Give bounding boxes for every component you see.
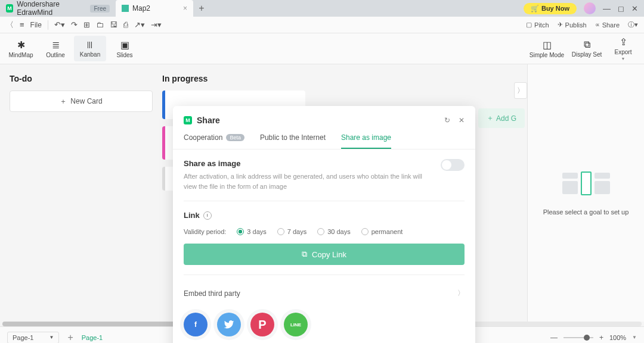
close-icon[interactable]: ✕ [631, 4, 638, 13]
import-dropdown-icon[interactable]: ⇥▾ [151, 20, 162, 29]
share-button[interactable]: ∝Share [595, 21, 620, 29]
new-card-button[interactable]: ＋New Card [10, 91, 153, 112]
close-tab-icon[interactable]: × [183, 4, 187, 13]
buy-now-button[interactable]: 🛒 Buy Now [524, 3, 577, 14]
radio-icon [237, 228, 244, 235]
dialog-logo-icon: M [184, 116, 192, 124]
zoom-out-button[interactable]: — [550, 333, 558, 342]
radio-icon [361, 228, 369, 235]
page-tab-active[interactable]: Page-1 [82, 334, 103, 341]
minimize-icon[interactable]: — [603, 4, 611, 13]
display-set-button[interactable]: ⧉Display Set [569, 36, 605, 61]
export-icon: ⇪ [620, 36, 627, 48]
add-group-button[interactable]: ＋Add G [478, 108, 525, 128]
pitch-button[interactable]: ▢Pitch [526, 21, 549, 29]
view-outline[interactable]: ≣Outline [39, 36, 72, 61]
activation-toggle[interactable] [441, 159, 465, 171]
add-icon[interactable]: ⊞ [83, 20, 90, 29]
share-twitter-button[interactable] [217, 313, 241, 336]
embed-third-party[interactable]: Embed third party〉 [184, 285, 465, 302]
share-dialog: M Share ↻ ✕ CooperationBeta Public to th… [173, 106, 475, 343]
goal-placeholder-icon [562, 170, 610, 197]
save-icon[interactable]: 🖫 [110, 20, 117, 29]
chevron-down-icon: ▼ [49, 335, 54, 340]
display-set-icon: ⧉ [584, 39, 590, 50]
collapse-panel-button[interactable]: 〉 [514, 82, 527, 99]
share-icon: ∝ [595, 21, 600, 29]
add-page-button[interactable]: + [67, 332, 73, 343]
radio-icon [277, 228, 284, 235]
file-menu[interactable]: File [30, 21, 42, 29]
validity-label: Validity period: [184, 228, 226, 235]
export-button[interactable]: ⇪Export▼ [607, 36, 639, 61]
free-badge: Free [90, 5, 110, 13]
app-name: Wondershare EdrawMind [17, 0, 86, 17]
share-pinterest-button[interactable]: P [250, 313, 274, 336]
copy-icon: ⧉ [302, 250, 307, 259]
publish-icon: ✈ [558, 21, 563, 29]
pinterest-icon: P [258, 318, 266, 332]
radio-icon [317, 228, 324, 235]
section-desc: After activation, a link address will be… [184, 172, 432, 191]
refresh-icon[interactable]: ↻ [444, 116, 450, 124]
radio-7days[interactable]: 7 days [277, 228, 306, 235]
share-line-button[interactable]: LINE [284, 313, 308, 336]
zoom-in-button[interactable]: + [599, 333, 603, 342]
undo-icon[interactable]: ↶▾ [54, 20, 65, 29]
twitter-icon [224, 319, 234, 330]
export-dropdown-icon[interactable]: ↗▾ [134, 20, 145, 29]
radio-permanent[interactable]: permanent [361, 228, 403, 235]
info-icon[interactable]: i [203, 211, 212, 220]
menu-icon[interactable]: ≡ [20, 20, 24, 29]
share-facebook-button[interactable]: f [184, 313, 208, 336]
view-slides[interactable]: ▣Slides [109, 36, 141, 61]
outline-icon: ≣ [52, 39, 60, 51]
new-tab-button[interactable]: + [193, 3, 210, 14]
map-icon [122, 5, 129, 12]
mindmap-icon: ✱ [17, 39, 25, 51]
plus-icon: ＋ [487, 113, 494, 123]
app-logo-icon: M [6, 4, 13, 13]
simple-mode-button[interactable]: ◫Simple Mode [527, 36, 566, 61]
tab-share-image[interactable]: Share as image [341, 133, 391, 149]
simple-mode-icon: ◫ [543, 39, 552, 51]
dialog-title: Share [197, 116, 220, 125]
back-icon[interactable]: 〈 [6, 20, 14, 30]
copy-link-button[interactable]: ⧉Copy Link [184, 244, 465, 265]
plus-icon: ＋ [60, 96, 67, 107]
kanban-icon: ⫼ [85, 39, 95, 50]
view-mindmap[interactable]: ✱MindMap [5, 36, 37, 61]
print-icon[interactable]: ⎙ [123, 20, 128, 29]
redo-icon[interactable]: ↷ [71, 20, 78, 29]
cart-icon: 🛒 [531, 5, 539, 13]
tab-app[interactable]: M Wondershare EdrawMind Free [0, 0, 116, 17]
view-kanban[interactable]: ⫼Kanban [74, 36, 106, 61]
zoom-dropdown-icon[interactable]: ▼ [632, 335, 637, 340]
link-title: Link [184, 211, 200, 220]
slides-icon: ▣ [120, 39, 129, 51]
page-selector[interactable]: Page-1▼ [7, 332, 59, 344]
help-button[interactable]: ⓘ▾ [628, 20, 638, 29]
pitch-icon: ▢ [526, 21, 532, 29]
publish-button[interactable]: ✈Publish [558, 21, 587, 29]
folder-icon[interactable]: 🗀 [96, 20, 104, 29]
avatar[interactable] [584, 2, 596, 14]
zoom-slider[interactable] [564, 337, 593, 338]
help-icon: ⓘ▾ [628, 20, 638, 29]
tab-map-label: Map2 [132, 4, 150, 13]
tab-public-internet[interactable]: Public to the Internet [260, 133, 326, 149]
buy-now-label: Buy Now [541, 5, 569, 12]
tab-map2[interactable]: Map2 × [116, 0, 193, 17]
zoom-level[interactable]: 100% [609, 334, 626, 341]
column-inprogress-title: In progress [162, 74, 305, 83]
dialog-close-icon[interactable]: ✕ [459, 116, 465, 124]
goal-message: Please select a goal to set up [536, 208, 636, 216]
column-todo-title: To-do [10, 74, 153, 83]
chevron-right-icon: 〉 [457, 288, 465, 298]
tab-cooperation[interactable]: CooperationBeta [184, 133, 244, 149]
facebook-icon: f [194, 320, 197, 329]
section-title: Share as image [184, 159, 432, 168]
maximize-icon[interactable]: ◻ [618, 4, 624, 13]
radio-30days[interactable]: 30 days [317, 228, 351, 235]
radio-3days[interactable]: 3 days [237, 228, 266, 235]
